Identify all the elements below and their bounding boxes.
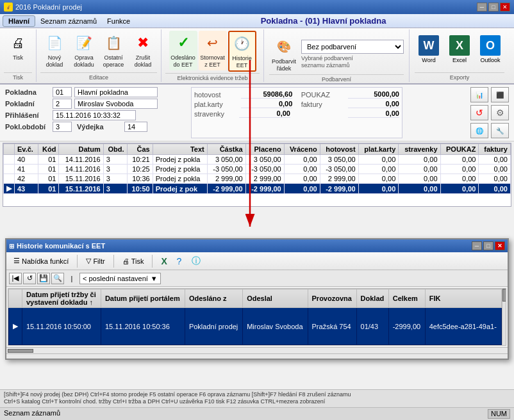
outlook-button[interactable]: O Outlook: [476, 33, 504, 65]
table-row[interactable]: 42 01 15.11.2016 3 10:36 Prodej z pokla …: [4, 174, 511, 184]
cell-cas: 10:21: [127, 155, 153, 165]
filtr-button[interactable]: ▽ Filtr: [81, 255, 109, 267]
eet-group-label: Elektronická evidence tržeb: [165, 73, 260, 81]
info-button[interactable]: ⓘ: [187, 254, 200, 269]
excel-button[interactable]: X Excel: [445, 33, 474, 65]
podbarveni-right: Bez podbarvení Vybrané podbarveníseznamu…: [301, 40, 404, 69]
excel-label: Excel: [452, 57, 467, 63]
window-controls: ─ □ ✕: [477, 3, 510, 12]
cell-vraceno: 0,00: [284, 155, 320, 165]
close-button[interactable]: ✕: [500, 3, 510, 12]
pokladni-num: 2: [53, 99, 72, 109]
cell-ev: 41: [15, 165, 38, 174]
dialog-minimize-btn[interactable]: ─: [472, 241, 482, 250]
storno-icon: ↩: [203, 33, 223, 53]
nav-settings-dropdown[interactable]: < poslední nastavení ▼: [79, 273, 161, 284]
oprava-icon: 📝: [74, 33, 94, 53]
zrusit-doklad-button[interactable]: ✖ Zrušit doklad: [129, 31, 157, 70]
prihlaseni-row: Přihlášení 15.11.2016 10:33:32: [5, 110, 172, 120]
eet-table: Datum přijetí tržby čivystavení dokladu …: [8, 289, 502, 345]
icon-row-3: 🌐 🔧: [470, 123, 509, 138]
podbarvit-radek-button[interactable]: 🎨 Podbarvitřádek: [269, 35, 299, 74]
odeslano-icon: ✓: [173, 33, 194, 53]
word-button[interactable]: W Word: [415, 33, 443, 65]
col-plat-karty: plat.karty: [358, 144, 399, 155]
nabidka-label: Nabídka funkcí: [22, 257, 69, 265]
ribbon-group-exporty: W Word X Excel O Outlook Exporty: [410, 29, 510, 82]
toolbar-separator-3: [152, 255, 153, 268]
dialog-maximize-btn[interactable]: □: [483, 241, 493, 250]
storno-eet-button[interactable]: ↩ Stornovatz EET: [199, 31, 227, 70]
info-center: hotovost 59086,60 POUKAZ 5000,00 plat.ka…: [191, 87, 402, 138]
menu-seznam[interactable]: Seznam záznamů: [35, 16, 102, 26]
oprava-dokladu-button[interactable]: 📝 Oprava dokladu: [70, 31, 98, 70]
network-button[interactable]: 🌐: [470, 123, 488, 138]
cell-datum: 14.11.2016: [59, 165, 103, 174]
scroll-thumb[interactable]: [502, 289, 506, 302]
table-row[interactable]: ▶ 43 01 15.11.2016 3 10:50 Prodej z pok …: [4, 184, 511, 194]
dialog-tisk-button[interactable]: 🖨 Tisk: [118, 255, 149, 267]
pokladni-name: Miroslav Svoboda: [74, 99, 158, 109]
cell-text: Prodej z pok: [153, 184, 207, 194]
nav-save-button[interactable]: 💾: [37, 273, 50, 284]
dialog-table-row[interactable]: ▶ 15.11.2016 10:50:00 15.11.2016 10:50:3…: [9, 308, 502, 345]
row-indicator: [4, 174, 15, 184]
qr-button[interactable]: ⬛: [491, 87, 509, 102]
tisk-button[interactable]: 🖨 Tisk: [4, 31, 32, 69]
help-button[interactable]: ?: [172, 254, 185, 268]
info-panel: Pokladna 01 Hlavní pokladna Pokladní 2 M…: [0, 85, 514, 141]
col-doklad: Doklad: [356, 289, 388, 308]
plat-karty-label: plat.karty: [194, 101, 239, 108]
nav-refresh-button[interactable]: ↺: [23, 273, 36, 284]
nav-search-button[interactable]: 🔍: [51, 273, 64, 284]
outlook-label: Outlook: [480, 57, 500, 63]
nabidka-button[interactable]: ☰ Nabídka funkcí: [9, 255, 73, 267]
dialog-hscrollbar[interactable]: [6, 347, 508, 353]
cell-castka: 2 999,00: [207, 174, 245, 184]
config-button[interactable]: 🔧: [491, 123, 509, 138]
pokladna-num: 01: [53, 87, 72, 97]
editace-group-label: Editace: [40, 72, 157, 81]
app-icon: 💰: [4, 3, 13, 12]
nav-first-button[interactable]: |◀: [9, 273, 22, 284]
cell-obd: 3: [103, 174, 127, 184]
dialog-scrollbar[interactable]: [502, 289, 506, 345]
menu-hlavni[interactable]: Hlavní: [3, 15, 35, 27]
refresh-button[interactable]: ↺: [470, 105, 488, 120]
podbarveni-desc: Vybrané podbarveníseznamu záznamů: [301, 55, 404, 69]
minimize-button[interactable]: ─: [477, 3, 487, 12]
ribbon-group-tisk: 🖨 Tisk Tisk: [0, 29, 37, 82]
cell-placeno: 3 050,00: [245, 155, 284, 165]
col-stravenky: stravenky: [399, 144, 440, 155]
col-obd: Obd.: [103, 144, 127, 155]
cell-poukaz: 0,00: [440, 155, 479, 165]
cell-kod: 01: [38, 165, 59, 174]
odeslano-eet-button[interactable]: ✓ Odeslánodo EET: [169, 31, 197, 70]
cell-text: Prodej z pokla: [153, 155, 207, 165]
novy-doklad-button[interactable]: 📄 Nový doklad: [40, 31, 69, 70]
table-row[interactable]: 40 01 14.11.2016 3 10:21 Prodej z pokla …: [4, 155, 511, 165]
stravenky-row: stravenky 0,00 0,00: [194, 109, 399, 118]
cell-placeno: 2 999,00: [245, 174, 284, 184]
main-table: Ev.č. Kód Datum Obd. Čas Text Částka Pla…: [3, 143, 511, 194]
table-row[interactable]: 41 01 14.11.2016 3 10:25 Prodej z pokla …: [4, 165, 511, 174]
col-celkem: Celkem: [388, 289, 425, 308]
cell-kod: 01: [38, 174, 59, 184]
barcode-button[interactable]: 📊: [470, 87, 488, 102]
cell-ev: 42: [15, 174, 38, 184]
podbarveni-select[interactable]: Bez podbarvení: [301, 40, 404, 54]
settings-button[interactable]: ⚙: [491, 105, 509, 120]
maximize-button[interactable]: □: [488, 3, 499, 12]
hscroll-thumb[interactable]: [8, 349, 33, 353]
cell-stravenky: 0,00: [399, 155, 440, 165]
col-text: Text: [153, 144, 207, 155]
cell-ev: 40: [15, 155, 38, 165]
historie-eet-button[interactable]: 🕐 HistorieEET: [228, 31, 256, 72]
dialog-close-btn[interactable]: ✕: [495, 241, 505, 250]
excel-export-button[interactable]: X: [156, 254, 169, 268]
dialog-table-header: Datum přijetí tržby čivystavení dokladu …: [9, 289, 502, 308]
ostatni-operace-button[interactable]: 📋 Ostatní operace: [99, 31, 128, 70]
menu-funkce[interactable]: Funkce: [102, 16, 135, 26]
info-right: 📊 ⬛ ↺ ⚙ 🌐 🔧: [470, 87, 509, 138]
eet-buttons: ✓ Odeslánodo EET ↩ Stornovatz EET 🕐 Hist…: [169, 31, 256, 72]
